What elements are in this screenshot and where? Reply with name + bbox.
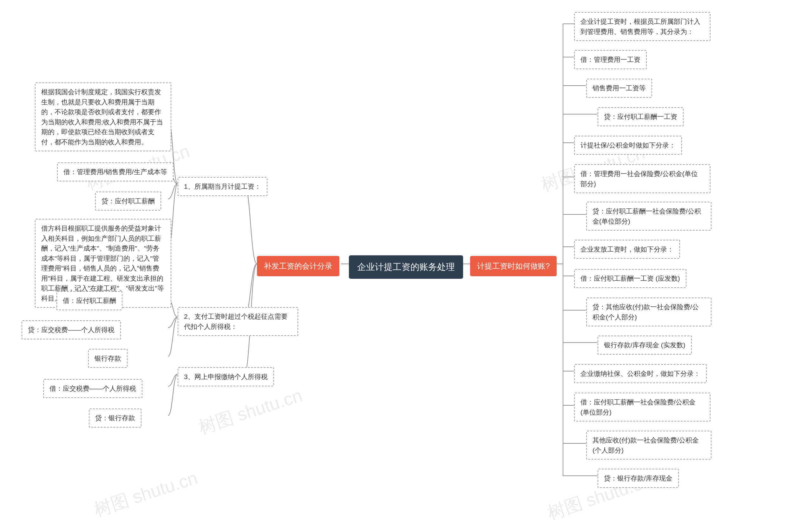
right-leaf[interactable]: 贷：应付职工薪酬一工资: [598, 107, 683, 126]
right-leaf[interactable]: 企业发放工资时，做如下分录：: [574, 240, 680, 259]
right-leaf[interactable]: 企业缴纳社保、公积金时，做如下分录：: [574, 364, 707, 383]
right-leaf[interactable]: 计提社保/公积金时做如下分录：: [574, 136, 682, 155]
left-leaf[interactable]: 借：应付职工薪酬: [56, 291, 122, 310]
left-leaf[interactable]: 贷：应交税费——个人所得税: [21, 320, 121, 339]
right-leaf[interactable]: 贷：应付职工薪酬一社会保险费/公积金(单位部分): [586, 202, 711, 231]
left-leaf[interactable]: 借：应交税费——个人所得税: [43, 379, 142, 398]
right-leaf[interactable]: 贷：其他应收(付)款一社会保险费/公积金(个人部分): [586, 297, 711, 326]
left-sub-2[interactable]: 2、支付工资时超过个税起征点需要代扣个人所得税：: [178, 307, 298, 336]
left-leaf[interactable]: 银行存款: [88, 349, 128, 368]
left-sub-3[interactable]: 3、网上申报缴纳个人所得税: [178, 367, 274, 386]
right-leaf[interactable]: 银行存款/库存现金 (实发数): [598, 336, 692, 355]
left-leaf[interactable]: 贷：应付职工薪酬: [95, 192, 161, 211]
branch-right[interactable]: 计提工资时如何做账?: [470, 256, 557, 276]
right-leaf[interactable]: 借：管理费用一社会保险费/公积金(单位部分): [574, 164, 710, 193]
branch-left[interactable]: 补发工资的会计分录: [257, 256, 339, 276]
right-leaf[interactable]: 借：管理费用一工资: [574, 50, 647, 69]
right-leaf[interactable]: 借：应付职工薪酬一工资 (应发数): [574, 269, 686, 288]
watermark: 树图 shutu.cn: [196, 383, 305, 440]
right-leaf[interactable]: 借：应付职工薪酬一社会保险费/公积金(单位部分): [574, 393, 710, 422]
left-leaf[interactable]: 借：管理费用/销售费用/生产成本等: [57, 162, 174, 181]
right-leaf[interactable]: 销售费用一工资等: [586, 79, 652, 98]
left-leaf[interactable]: 贷：银行存款: [89, 409, 142, 428]
left-sub-1[interactable]: 1、所属期当月计提工资：: [178, 177, 267, 196]
left-leaf[interactable]: 根据我国会计制度规定，我国实行权责发生制，也就是只要收入和费用属于当期的，不论款…: [35, 83, 171, 151]
right-leaf[interactable]: 企业计提工资时，根据员工所属部门计入到管理费用、销售费用等，其分录为：: [574, 12, 710, 41]
right-leaf[interactable]: 其他应收(付)款一社会保险费/公积金(个人部分): [586, 431, 711, 460]
right-leaf[interactable]: 贷：银行存款/库存现金: [598, 469, 679, 488]
watermark: 树图 shutu.cn: [91, 466, 201, 522]
root-node[interactable]: 企业计提工资的账务处理: [349, 255, 463, 279]
